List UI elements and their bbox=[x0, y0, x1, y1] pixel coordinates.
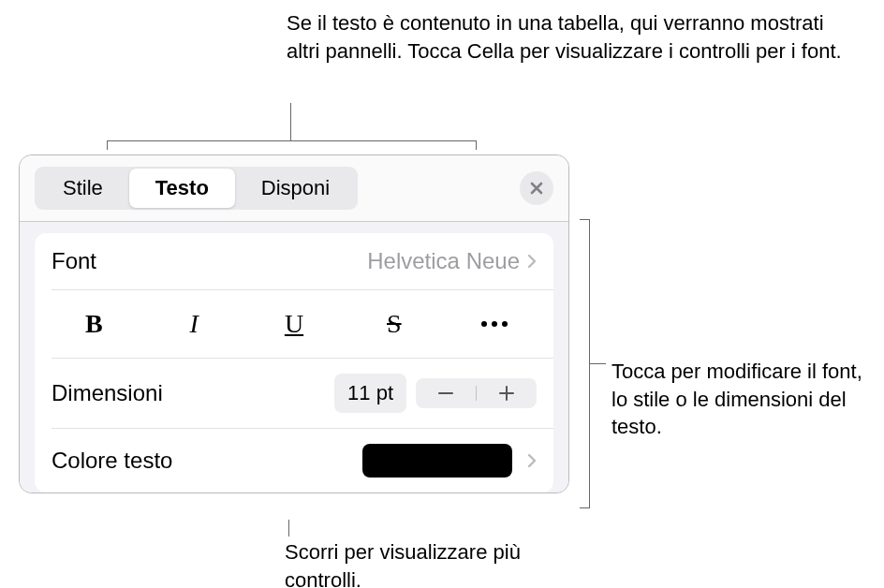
size-increase-button[interactable] bbox=[477, 378, 537, 408]
font-value-wrap: Helvetica Neue bbox=[367, 248, 537, 274]
size-value[interactable]: 11 pt bbox=[334, 374, 406, 413]
callout-line bbox=[580, 219, 590, 220]
text-color-label: Colore testo bbox=[52, 448, 172, 474]
close-button[interactable] bbox=[520, 171, 553, 205]
more-icon bbox=[481, 321, 508, 327]
annotation-right-text: Tocca per modificare il font, lo stile o… bbox=[611, 358, 883, 441]
callout-line bbox=[107, 140, 108, 150]
bold-icon: B bbox=[85, 309, 103, 339]
font-row[interactable]: Font Helvetica Neue bbox=[35, 233, 553, 289]
text-style-row: B I U S bbox=[35, 290, 553, 358]
callout-line bbox=[290, 103, 291, 140]
callout-line bbox=[107, 140, 477, 141]
callout-line bbox=[476, 140, 477, 150]
size-controls: 11 pt bbox=[334, 374, 537, 413]
annotation-top-text: Se il testo è contenuto in una tabella, … bbox=[287, 9, 848, 65]
callout-line bbox=[580, 507, 590, 508]
format-panel: Stile Testo Disponi Font Helvetica Neue bbox=[19, 154, 569, 493]
panel-body: Font Helvetica Neue B I U bbox=[20, 222, 568, 492]
text-color-row[interactable]: Colore testo bbox=[35, 429, 553, 492]
font-value: Helvetica Neue bbox=[367, 248, 520, 274]
tab-testo[interactable]: Testo bbox=[129, 169, 235, 208]
color-swatch[interactable] bbox=[362, 444, 512, 478]
strikethrough-icon: S bbox=[387, 309, 402, 339]
more-styles-button[interactable] bbox=[444, 314, 544, 334]
underline-icon: U bbox=[285, 309, 303, 339]
settings-card: Font Helvetica Neue B I U bbox=[35, 233, 553, 492]
annotation-bottom-text: Scorri per visualizzare più controlli. bbox=[285, 538, 566, 588]
size-row: Dimensioni 11 pt bbox=[35, 359, 553, 428]
callout-line bbox=[288, 520, 289, 537]
callout-line bbox=[589, 363, 606, 364]
close-icon bbox=[530, 178, 543, 199]
chevron-right-icon bbox=[527, 254, 537, 269]
strikethrough-button[interactable]: S bbox=[344, 301, 444, 346]
tab-stile[interactable]: Stile bbox=[37, 169, 129, 208]
italic-icon: I bbox=[190, 309, 199, 339]
underline-button[interactable]: U bbox=[244, 301, 345, 346]
font-label: Font bbox=[52, 248, 96, 274]
panel-header: Stile Testo Disponi bbox=[20, 155, 568, 222]
size-stepper bbox=[416, 378, 537, 408]
italic-button[interactable]: I bbox=[144, 301, 244, 346]
text-color-value-wrap bbox=[362, 444, 537, 478]
bold-button[interactable]: B bbox=[44, 301, 144, 346]
chevron-right-icon bbox=[527, 453, 537, 468]
size-decrease-button[interactable] bbox=[416, 378, 476, 408]
tab-disponi[interactable]: Disponi bbox=[235, 169, 356, 208]
tabs-segmented-control: Stile Testo Disponi bbox=[35, 167, 358, 210]
size-label: Dimensioni bbox=[52, 380, 163, 406]
